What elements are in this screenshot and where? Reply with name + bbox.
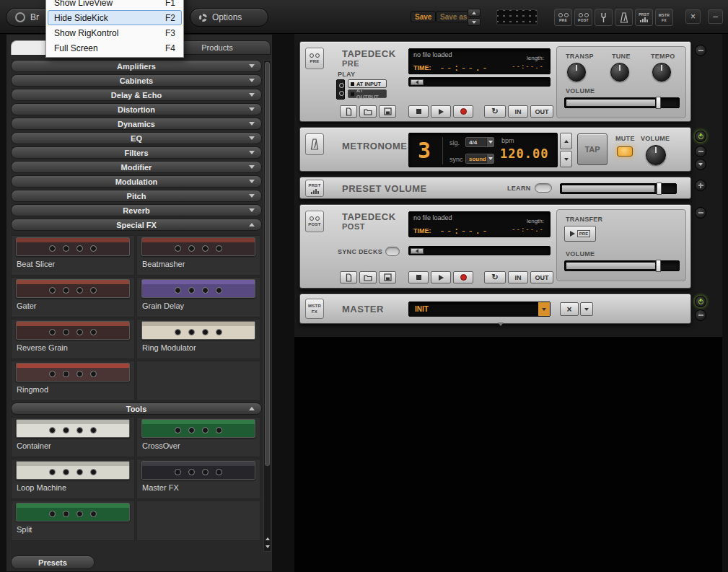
loop-in-button[interactable]: IN	[508, 271, 528, 283]
tape-position-bar[interactable]	[408, 77, 551, 87]
at-output-button[interactable]: AT OUTPUT	[348, 89, 387, 98]
save-file-button[interactable]	[379, 271, 396, 283]
quick-tuner-button[interactable]	[595, 9, 613, 26]
metronome-volume-knob[interactable]	[646, 145, 666, 165]
metronome-expand-button[interactable]	[695, 159, 706, 170]
menu-item-full-screen[interactable]: Full Screen F4	[48, 40, 182, 56]
product-ring-modulator[interactable]: Ring Modulator	[136, 319, 260, 359]
master-power-button[interactable]	[695, 296, 706, 307]
dropdown-arrow[interactable]	[538, 302, 550, 316]
save-file-button[interactable]	[379, 105, 396, 118]
bpm-down-button[interactable]	[560, 151, 572, 167]
open-file-button[interactable]	[359, 105, 377, 118]
new-file-button[interactable]	[340, 271, 357, 283]
category-delay-echo[interactable]: Delay & Echo	[11, 89, 262, 101]
transp-knob[interactable]	[567, 63, 586, 82]
close-button[interactable]	[685, 9, 701, 24]
preset-volume-expand-button[interactable]	[695, 180, 706, 191]
metronome-power-button[interactable]	[695, 131, 706, 142]
product-grain-delay[interactable]: Grain Delay	[136, 277, 260, 317]
product-ringmod[interactable]: Ringmod	[11, 361, 135, 401]
tune-knob[interactable]	[610, 63, 629, 82]
time-signature-select[interactable]: 4/4	[465, 137, 494, 147]
rack-scroll-hint[interactable]	[498, 326, 504, 339]
product-beat-slicer[interactable]: Beat Slicer	[11, 235, 135, 276]
save-button[interactable]: Save	[411, 11, 436, 22]
menu-item-show-rigkontrol[interactable]: Show RigKontrol F3	[48, 25, 182, 40]
category-cabinets[interactable]: Cabinets	[11, 74, 262, 87]
presets-button[interactable]: Presets	[11, 555, 95, 569]
tap-tempo-button[interactable]: TAP	[577, 133, 608, 165]
tapedeck-post-collapse-button[interactable]	[695, 207, 706, 219]
tape-position-bar[interactable]	[408, 246, 551, 255]
sync-mode-select[interactable]: sound	[465, 154, 494, 164]
loop-button[interactable]	[484, 105, 506, 118]
category-pitch[interactable]: Pitch	[11, 190, 262, 202]
category-filters[interactable]: Filters	[11, 146, 262, 159]
transfer-to-pre-button[interactable]: PRE	[564, 226, 596, 242]
new-file-button[interactable]	[340, 105, 357, 118]
tapedeck-post-icon[interactable]: POST	[305, 211, 324, 232]
product-crossover[interactable]: CrossOver	[136, 417, 260, 457]
category-amplifiers[interactable]: Amplifiers	[11, 60, 262, 72]
product-gater[interactable]: Gater	[11, 277, 135, 317]
tapedeck-pre-volume-slider[interactable]	[564, 97, 680, 108]
menu-item-hide-sidekick[interactable]: Hide SideKick F2	[48, 10, 182, 25]
stop-button[interactable]	[408, 105, 429, 118]
save-as-button[interactable]: Save as	[436, 11, 471, 22]
options-button[interactable]: Options	[190, 8, 268, 27]
stop-button[interactable]	[408, 271, 429, 283]
metronome-collapse-button[interactable]	[695, 146, 706, 157]
quick-tapedeck-post-button[interactable]: POST	[574, 9, 592, 26]
record-button[interactable]	[453, 271, 473, 283]
tapedeck-pre-icon[interactable]: PRE	[305, 48, 324, 69]
slider-handle[interactable]	[656, 260, 661, 272]
slider-handle[interactable]	[656, 97, 661, 109]
product-beatmasher[interactable]: Beatmasher	[136, 235, 260, 276]
category-tools[interactable]: Tools	[11, 402, 262, 415]
preset-volume-slider[interactable]	[560, 183, 677, 194]
record-button[interactable]	[453, 105, 473, 118]
quick-metronome-button[interactable]	[615, 9, 633, 26]
play-button[interactable]	[431, 105, 451, 118]
category-modulation[interactable]: Modulation	[11, 175, 262, 188]
loop-out-button[interactable]: OUT	[530, 105, 553, 118]
tempo-knob[interactable]	[652, 63, 671, 82]
loop-in-button[interactable]: IN	[508, 105, 528, 118]
quick-tapedeck-pre-button[interactable]: PRE	[554, 9, 572, 26]
category-modifier[interactable]: Modifier	[11, 161, 262, 173]
product-container[interactable]: Container	[11, 417, 135, 457]
scrub-handle[interactable]	[411, 248, 424, 254]
category-distortion[interactable]: Distortion	[11, 103, 262, 115]
learn-toggle[interactable]	[535, 183, 552, 193]
loop-button[interactable]	[484, 271, 506, 283]
mute-led-button[interactable]	[617, 146, 633, 157]
metronome-module-icon[interactable]	[305, 133, 324, 155]
play-button[interactable]	[431, 271, 451, 283]
scroll-up-button[interactable]	[264, 535, 271, 542]
scrub-handle[interactable]	[411, 79, 424, 85]
sidebar-scrollbar[interactable]	[263, 60, 271, 552]
loop-out-button[interactable]: OUT	[530, 271, 553, 283]
master-fx-icon[interactable]: MSTR FX	[305, 299, 324, 319]
master-collapse-button[interactable]	[695, 309, 706, 321]
product-reverse-grain[interactable]: Reverse Grain	[11, 319, 135, 359]
preset-menu-button[interactable]	[580, 302, 593, 316]
product-loop-machine[interactable]: Loop Machine	[11, 459, 135, 499]
tapedeck-pre-collapse-button[interactable]	[695, 45, 706, 56]
menu-item-show-liveview[interactable]: Show LiveView F1	[48, 0, 182, 10]
tapedeck-post-volume-slider[interactable]	[564, 260, 680, 271]
preset-volume-icon[interactable]: PRST	[305, 180, 324, 197]
product-master-fx[interactable]: Master FX	[136, 459, 260, 499]
scroll-down-button[interactable]	[264, 543, 271, 550]
quick-master-fx-button[interactable]: MSTR FX	[655, 9, 673, 26]
sync-decks-toggle[interactable]	[385, 247, 400, 256]
category-reverb[interactable]: Reverb	[11, 204, 262, 216]
category-special-fx[interactable]: Special FX	[11, 219, 262, 231]
category-dynamics[interactable]: Dynamics	[11, 118, 262, 130]
product-split[interactable]: Split	[11, 501, 135, 541]
scrollbar-thumb[interactable]	[265, 62, 270, 466]
clear-preset-button[interactable]	[560, 302, 579, 316]
preset-up-button[interactable]	[468, 9, 481, 17]
slider-handle[interactable]	[657, 182, 662, 195]
